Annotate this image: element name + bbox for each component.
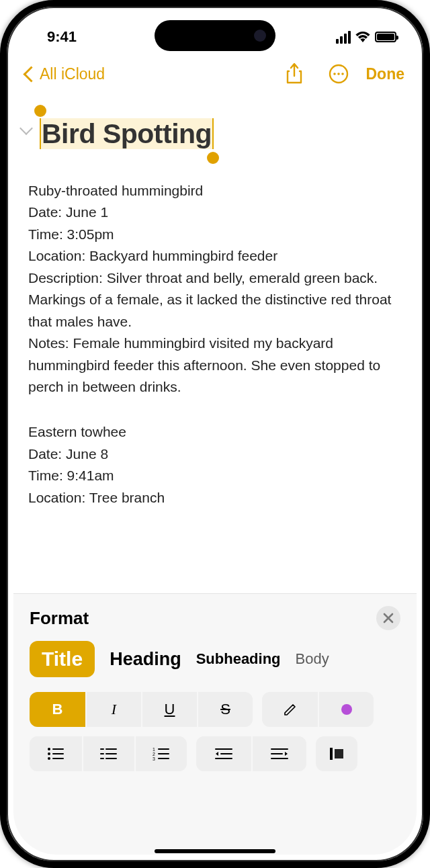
- share-icon: [286, 63, 303, 85]
- indent-button[interactable]: [251, 736, 306, 771]
- note-editor[interactable]: Bird Spotting Ruby-throated hummingbird …: [7, 94, 423, 509]
- selection-handle-start[interactable]: [34, 105, 46, 117]
- block-quote-button[interactable]: [316, 736, 357, 771]
- close-button[interactable]: [376, 606, 400, 630]
- block-quote-icon: [329, 746, 345, 761]
- svg-point-3: [341, 73, 344, 75]
- svg-point-2: [337, 73, 340, 75]
- numbered-list-button[interactable]: 123: [134, 736, 187, 771]
- svg-rect-10: [330, 748, 333, 760]
- strikethrough-button[interactable]: S: [197, 692, 253, 727]
- svg-point-6: [48, 757, 50, 760]
- fold-chevron-icon[interactable]: [19, 122, 33, 135]
- note-body[interactable]: Ruby-throated hummingbird Date: June 1 T…: [28, 180, 402, 509]
- dash-list-icon: [100, 747, 118, 761]
- ellipsis-circle-icon: [329, 64, 349, 84]
- dynamic-island: [155, 20, 275, 51]
- svg-rect-11: [335, 749, 343, 758]
- outdent-icon: [214, 747, 233, 761]
- selection-handle-end[interactable]: [207, 152, 219, 164]
- svg-text:1: 1: [153, 747, 155, 752]
- svg-point-1: [333, 73, 336, 75]
- chevron-left-icon: [23, 66, 39, 82]
- outdent-button[interactable]: [196, 736, 251, 771]
- home-indicator[interactable]: [155, 849, 275, 853]
- more-button[interactable]: [327, 62, 350, 85]
- format-panel-title: Format: [30, 608, 89, 629]
- style-body[interactable]: Body: [296, 650, 329, 668]
- style-subheading[interactable]: Subheading: [196, 650, 281, 668]
- close-icon: [383, 613, 394, 623]
- bulleted-list-button[interactable]: [30, 736, 82, 771]
- clock: 9:41: [47, 28, 77, 46]
- color-swatch-icon: [341, 704, 352, 715]
- pencil-icon: [282, 701, 298, 718]
- back-label: All iCloud: [40, 65, 105, 83]
- wifi-icon: [355, 32, 370, 42]
- svg-text:3: 3: [153, 756, 155, 761]
- style-heading[interactable]: Heading: [110, 649, 181, 670]
- highlight-button[interactable]: [262, 692, 318, 727]
- bullet-list-icon: [47, 747, 64, 761]
- back-button[interactable]: All iCloud: [26, 65, 105, 83]
- svg-text:2: 2: [153, 752, 155, 756]
- svg-point-4: [48, 748, 50, 750]
- svg-point-5: [48, 752, 50, 755]
- dashed-list-button[interactable]: [82, 736, 134, 771]
- indent-icon: [270, 747, 289, 761]
- note-title[interactable]: Bird Spotting: [40, 118, 213, 149]
- format-panel: Format Title Heading Subheading Body B I…: [13, 593, 417, 855]
- paragraph-style-picker[interactable]: Title Heading Subheading Body: [30, 641, 400, 677]
- number-list-icon: 123: [153, 747, 170, 761]
- bold-button[interactable]: B: [30, 692, 85, 727]
- style-title[interactable]: Title: [30, 641, 95, 677]
- navigation-bar: All iCloud Done: [7, 54, 423, 94]
- battery-icon: [375, 32, 396, 42]
- text-color-button[interactable]: [318, 692, 374, 727]
- share-button[interactable]: [283, 62, 306, 85]
- underline-button[interactable]: U: [141, 692, 197, 727]
- done-button[interactable]: Done: [366, 65, 405, 83]
- cellular-icon: [336, 31, 351, 44]
- italic-button[interactable]: I: [85, 692, 141, 727]
